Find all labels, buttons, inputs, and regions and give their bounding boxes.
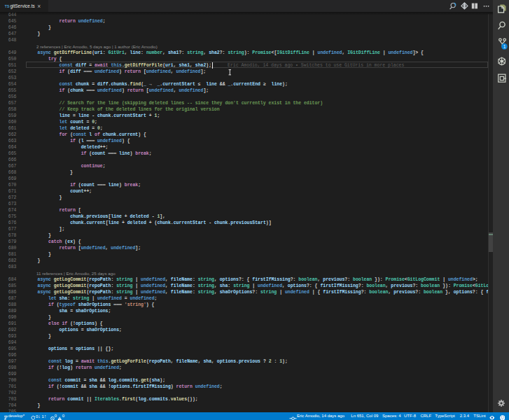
svg-text:1: 1 xyxy=(503,44,506,49)
